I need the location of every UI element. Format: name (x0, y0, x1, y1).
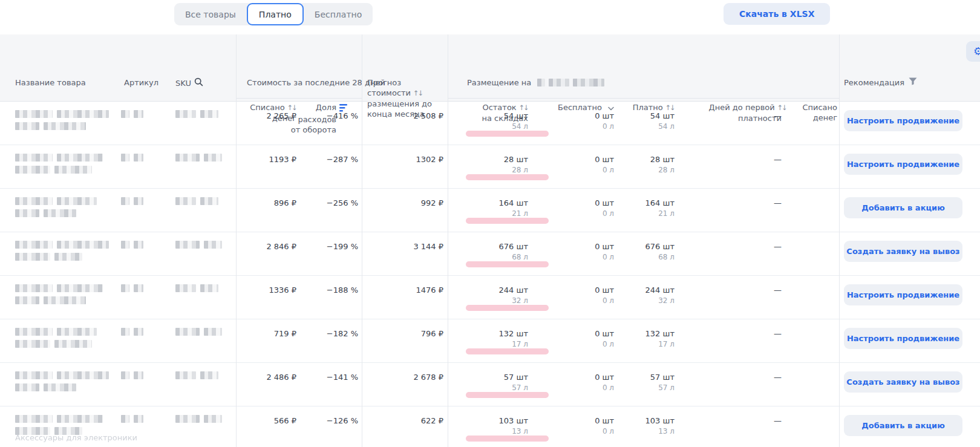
forecast-value: 1302 ₽ (363, 155, 443, 164)
download-xlsx-button[interactable]: Скачать в XLSX (724, 3, 830, 25)
table-row: 719 ₽−182 %796 ₽132 шт17 л0 шт0 л132 шт1… (0, 319, 980, 363)
expense-share-value: −287 % (299, 155, 358, 164)
stock-value: 676 шт68 л (448, 242, 528, 261)
row-action-button[interactable]: Создать заявку на вывоз (844, 241, 962, 262)
paid-volume-value: 68 л (605, 253, 675, 261)
header-tier-divider-right (448, 98, 839, 99)
redacted-text (15, 340, 50, 348)
redacted-text (121, 415, 129, 423)
stock-volume-value: 13 л (448, 427, 528, 436)
tab-free[interactable]: Бесплатно (304, 3, 373, 25)
free-placement-value: 0 шт0 л (532, 373, 614, 392)
table-row: 2 846 ₽−199 %3 144 ₽676 шт68 л0 шт0 л676… (0, 232, 980, 276)
days-to-first-charge-value: — (702, 155, 782, 164)
product-sku-redacted (175, 241, 234, 253)
stock-value: 164 шт21 л (448, 198, 528, 218)
column-divider (839, 34, 840, 447)
product-sku-redacted (175, 415, 234, 427)
days-to-first-charge-value: — (702, 111, 782, 120)
free-placement-value: 0 шт0 л (532, 242, 614, 261)
col-header-article: Артикул (124, 77, 158, 88)
col-header-sku: SKU (175, 77, 203, 89)
row-action-button[interactable]: Настроить продвижение (844, 328, 962, 349)
stock-level-bar (466, 218, 549, 224)
sort-icon[interactable]: ↑↓ (413, 89, 422, 97)
recommendation-cell: Настроить продвижение (844, 154, 962, 175)
row-action-button[interactable]: Добавить в акцию (844, 197, 962, 218)
row-action-button[interactable]: Настроить продвижение (844, 154, 962, 175)
redacted-text (200, 110, 218, 118)
product-name-redacted[interactable] (15, 284, 115, 308)
stock-volume-value: 57 л (448, 383, 528, 392)
product-name-redacted[interactable] (15, 154, 115, 178)
redacted-text (15, 110, 53, 118)
product-sku-redacted (175, 328, 234, 340)
paid-volume-value: 17 л (605, 340, 675, 348)
redacted-text (54, 166, 92, 174)
product-name-redacted[interactable] (15, 197, 115, 221)
redacted-text (134, 371, 143, 379)
redacted-text (134, 284, 143, 292)
recommendation-cell: Настроить продвижение (844, 284, 962, 305)
product-name-redacted[interactable] (15, 110, 115, 134)
expense-share-value: −126 % (299, 416, 358, 425)
tab-paid[interactable]: Платно (247, 3, 304, 25)
redacted-text (15, 296, 39, 304)
redacted-text (121, 371, 129, 379)
redacted-text (175, 197, 196, 205)
toolbar: Все товары Платно Бесплатно Скачать в XL… (0, 0, 980, 34)
product-filter-tabs: Все товары Платно Бесплатно (174, 3, 373, 25)
table-row: 1336 ₽−188 %1476 ₽244 шт32 л0 шт0 л244 ш… (0, 276, 980, 319)
stock-level-bar (466, 174, 549, 180)
product-article-redacted (121, 197, 169, 209)
col-header-product-name: Название товара (15, 77, 86, 88)
recommendation-cell: Настроить продвижение (844, 328, 962, 349)
redacted-text (204, 415, 222, 423)
days-to-first-charge-value: — (702, 329, 782, 338)
stock-value: 57 шт57 л (448, 373, 528, 392)
forecast-value: 992 ₽ (363, 198, 443, 207)
forecast-value: 2 508 ₽ (363, 111, 443, 120)
product-name-redacted[interactable] (15, 371, 115, 396)
charged-money-value: 2 486 ₽ (236, 373, 296, 382)
recommendation-cell: Добавить в акцию (844, 197, 962, 218)
row-action-button[interactable]: Настроить продвижение (844, 284, 962, 305)
table-settings-gear-button[interactable]: ⚙ (966, 41, 980, 62)
row-action-button[interactable]: Создать заявку на вывоз (844, 371, 962, 393)
free-volume-value: 0 л (532, 253, 614, 261)
paid-placement-value: 28 шт28 л (605, 155, 675, 174)
row-action-button[interactable]: Добавить в акцию (844, 415, 962, 436)
expense-share-value: −199 % (299, 242, 358, 251)
paid-volume-value: 13 л (605, 427, 675, 436)
search-icon[interactable] (194, 77, 203, 89)
days-to-first-charge-value: — (702, 416, 782, 425)
stock-value: 244 шт32 л (448, 285, 528, 305)
tab-all-products[interactable]: Все товары (174, 3, 247, 25)
redacted-text (175, 154, 200, 162)
stock-volume-value: 17 л (448, 340, 528, 348)
product-name-redacted[interactable] (15, 241, 115, 265)
redacted-text (15, 166, 50, 174)
recommendation-cell: Создать заявку на вывоз (844, 371, 962, 393)
free-placement-value: 0 шт0 л (532, 329, 614, 348)
redacted-text (54, 340, 92, 348)
charged-money-value: 2 846 ₽ (236, 242, 296, 251)
product-sku-redacted (175, 371, 234, 383)
table-row: 566 ₽−126 %622 ₽103 шт13 л0 шт0 л103 шт1… (0, 406, 980, 447)
recommendation-cell: Добавить в акцию (844, 415, 962, 436)
stock-level-bar (466, 348, 549, 354)
stock-value: 28 шт28 л (448, 155, 528, 174)
row-action-button[interactable]: Настроить продвижение (844, 110, 962, 131)
redacted-text (175, 284, 196, 292)
redacted-text (200, 371, 218, 379)
product-article-redacted (121, 415, 169, 427)
filter-funnel-icon[interactable] (909, 77, 917, 88)
free-volume-value: 0 л (532, 383, 614, 392)
stock-level-bar (466, 261, 549, 267)
table-header: Название товара Артикул SKU Стоимость за… (0, 34, 980, 102)
recommendation-cell: Настроить продвижение (844, 110, 962, 131)
days-to-first-charge-value: — (702, 242, 782, 251)
stock-level-bar (466, 392, 549, 398)
product-name-redacted[interactable] (15, 328, 115, 352)
product-category-label: Аксессуары для электроники (15, 433, 137, 442)
